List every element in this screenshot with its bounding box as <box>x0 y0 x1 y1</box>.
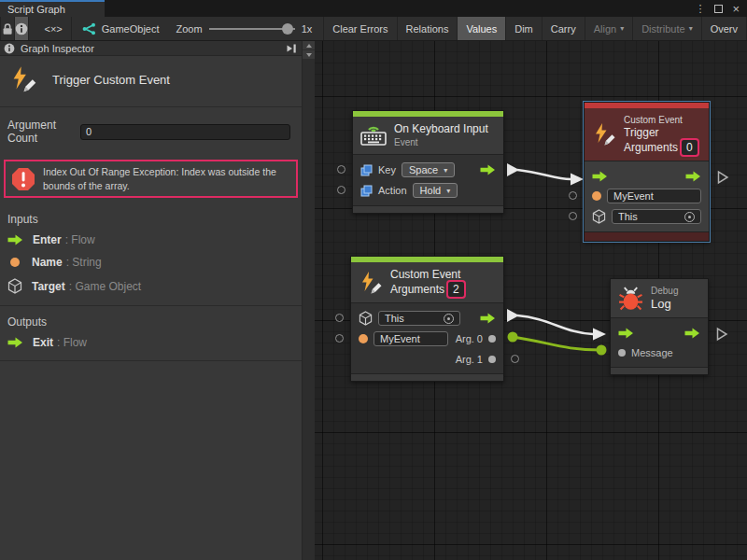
kebab-menu-icon[interactable]: ⋮ <box>695 4 705 14</box>
tab-script-graph[interactable]: Script Graph <box>0 0 105 17</box>
code-icon: <×> <box>44 23 62 35</box>
string-port-icon <box>359 334 368 343</box>
node-footer <box>353 205 503 213</box>
zoom-label: Zoom <box>176 23 203 35</box>
node-footer <box>611 367 708 374</box>
overview-button[interactable]: Overv <box>702 17 747 40</box>
values-button[interactable]: Values <box>458 17 506 40</box>
action-dropdown[interactable]: Hold ▾ <box>413 183 458 198</box>
wire-customevent-to-log[interactable] <box>507 309 606 341</box>
cube-icon <box>359 311 373 326</box>
arguments-count-field[interactable]: 0 <box>682 140 698 155</box>
input-port-row: Enter : Flow <box>0 228 302 250</box>
overview-label: Overv <box>711 23 738 35</box>
zoom-slider[interactable] <box>209 28 295 30</box>
input-port[interactable] <box>335 334 344 343</box>
arguments-count-field[interactable]: 2 <box>448 282 464 297</box>
event-name-field[interactable]: MyEvent <box>374 331 448 346</box>
event-name-row: MyEvent <box>585 186 709 206</box>
arg0-label: Arg. 0 <box>456 333 483 344</box>
close-icon[interactable]: × <box>732 3 740 15</box>
message-input-port[interactable] <box>618 349 626 357</box>
input-port[interactable] <box>335 314 344 322</box>
inspector-scrollbar[interactable] <box>302 41 315 560</box>
target-picker-icon[interactable] <box>444 314 454 324</box>
port-name: Target <box>32 280 65 293</box>
argument-count-input[interactable]: 0 <box>80 124 290 140</box>
input-port[interactable] <box>569 212 577 220</box>
align-label: Align <box>594 23 616 35</box>
node-debug-log[interactable]: Debug Log Message <box>610 278 709 375</box>
control-scheme-icon <box>360 164 373 176</box>
graph-canvas[interactable]: On Keyboard Input Event Key Space ▾ <box>315 41 747 560</box>
lock-button[interactable] <box>0 17 15 40</box>
node-custom-event[interactable]: Custom Event Arguments 2 This <box>350 256 504 382</box>
arguments-label: Arguments <box>390 283 444 297</box>
node-header[interactable]: On Keyboard Input Event <box>353 117 503 154</box>
node-header[interactable]: Custom Event Arguments 2 <box>351 262 503 302</box>
arg1-output-port[interactable] <box>488 356 496 363</box>
arg1-label: Arg. 1 <box>456 354 483 365</box>
action-value: Hold <box>420 185 442 196</box>
unconnected-output-port[interactable] <box>511 355 519 363</box>
flow-input-port[interactable] <box>618 328 634 339</box>
node-trigger-custom-event[interactable]: Custom Event Trigger Arguments 0 <box>584 102 710 242</box>
carry-button[interactable]: Carry <box>543 17 585 40</box>
flow-input-port[interactable] <box>592 171 608 182</box>
scroll-up-button[interactable] <box>303 41 316 49</box>
input-port[interactable] <box>337 186 345 194</box>
zoom-slider-handle[interactable] <box>282 23 293 35</box>
node-inspector-title: Trigger Custom Event <box>0 56 302 107</box>
flow-output-port[interactable] <box>684 328 700 339</box>
output-port-row: Exit : Flow <box>0 330 302 353</box>
edit-code-button[interactable]: <×> <box>35 17 71 40</box>
tab-bar: Script Graph ⋮ × <box>0 0 747 17</box>
inspector-header: Graph Inspector <box>0 41 302 56</box>
dim-button[interactable]: Dim <box>506 17 543 40</box>
wire-keyboard-to-trigger[interactable] <box>507 163 584 186</box>
inspector-toggle-button[interactable] <box>15 17 29 40</box>
arg0-output-port[interactable] <box>488 335 496 343</box>
target-row: This <box>351 308 503 329</box>
node-header[interactable]: Debug Log <box>611 279 708 317</box>
port-type: : Flow <box>65 233 95 246</box>
inspector-header-title: Graph Inspector <box>21 43 94 54</box>
target-field[interactable]: This <box>612 209 701 224</box>
cube-icon <box>7 278 22 294</box>
port-type: : String <box>66 256 102 269</box>
distribute-button[interactable]: Distribute▾ <box>633 17 701 40</box>
arg1-row: Arg. 1 <box>351 349 503 369</box>
window-controls: ⋮ × <box>695 0 747 17</box>
target-picker-icon[interactable] <box>684 212 695 222</box>
input-port[interactable] <box>569 191 577 200</box>
wire-arg0-to-message[interactable] <box>508 332 607 356</box>
scroll-down-button[interactable] <box>303 50 316 59</box>
align-button[interactable]: Align▾ <box>585 17 633 40</box>
port-name: Enter <box>33 233 62 246</box>
chevron-down-icon: ▾ <box>689 24 693 33</box>
node-category: Debug <box>651 285 678 297</box>
triangle-up-icon <box>306 44 312 48</box>
flow-output-port[interactable] <box>480 313 496 324</box>
event-name-field[interactable]: MyEvent <box>607 189 701 203</box>
port-name: Exit <box>33 336 53 349</box>
zoom-control: Zoom 1x <box>169 17 320 40</box>
clear-errors-button[interactable]: Clear Errors <box>323 17 397 40</box>
input-port[interactable] <box>337 165 345 174</box>
unconnected-flow-triangle <box>716 327 728 345</box>
info-icon <box>15 22 28 35</box>
key-dropdown[interactable]: Space ▾ <box>402 162 455 177</box>
node-footer <box>351 373 503 381</box>
relations-button[interactable]: Relations <box>398 17 458 40</box>
action-row: Action Hold ▾ <box>353 180 503 201</box>
target-field[interactable]: This <box>378 311 460 326</box>
gameobject-reference[interactable]: GameObject <box>72 17 169 40</box>
node-header[interactable]: Custom Event Trigger Arguments 0 <box>585 108 709 161</box>
dock-panel-icon[interactable] <box>286 43 298 54</box>
maximize-icon[interactable] <box>714 5 723 13</box>
node-on-keyboard-input[interactable]: On Keyboard Input Event Key Space ▾ <box>352 110 504 214</box>
flow-output-port[interactable] <box>480 164 496 175</box>
lock-icon <box>1 22 14 35</box>
flow-arrow-icon <box>7 337 23 348</box>
flow-output-port[interactable] <box>685 171 701 182</box>
